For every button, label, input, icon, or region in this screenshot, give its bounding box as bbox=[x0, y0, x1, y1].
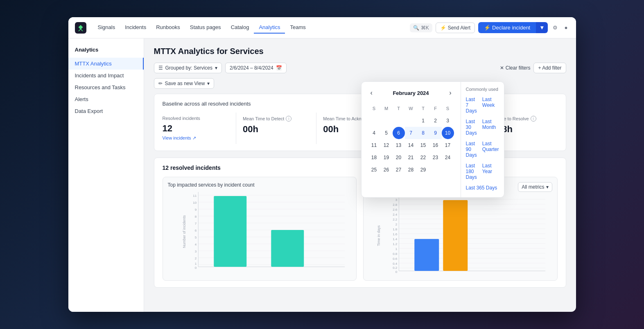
svg-text:2.2: 2.2 bbox=[393, 218, 398, 221]
all-metrics-button[interactable]: All metrics ▾ bbox=[518, 182, 552, 192]
calendar-week1: 1 2 3 bbox=[368, 115, 454, 127]
save-view-button[interactable]: ✏ Save as new View ▾ bbox=[154, 78, 215, 89]
nav-items: Signals Incidents Runbooks Status pages … bbox=[93, 22, 408, 34]
edit-icon: ✏ bbox=[158, 81, 163, 86]
search-button[interactable]: 🔍 ⌘K bbox=[410, 23, 432, 32]
cal-day-26[interactable]: 26 bbox=[380, 164, 393, 176]
cal-day-25[interactable]: 25 bbox=[368, 164, 380, 176]
quick-lastmonth[interactable]: Last Month bbox=[482, 117, 499, 137]
quick-last90days[interactable]: Last 90 Days bbox=[466, 139, 479, 160]
cal-day-13[interactable]: 13 bbox=[393, 139, 405, 151]
metric-detect-info-icon: i bbox=[286, 116, 291, 122]
chart2-y-axis-label: Time in days bbox=[377, 225, 381, 246]
cal-day-20[interactable]: 20 bbox=[393, 151, 405, 164]
cal-day-16[interactable]: 16 bbox=[429, 139, 442, 151]
calendar-grid: S M T W T F S bbox=[368, 102, 454, 176]
svg-text:2.6: 2.6 bbox=[393, 208, 398, 212]
calendar-next-button[interactable]: › bbox=[447, 88, 454, 97]
sidebar-item-resources[interactable]: Resources and Tasks bbox=[68, 81, 144, 93]
user-avatar[interactable]: ● bbox=[563, 23, 569, 32]
top-nav: Signals Incidents Runbooks Status pages … bbox=[68, 17, 576, 38]
date-range-button[interactable]: 2/6/2024 – 8/4/2024 📅 bbox=[225, 63, 287, 73]
send-alert-button[interactable]: ⚡ Send Alert bbox=[436, 23, 475, 33]
quick-lastweek[interactable]: Last Week bbox=[482, 95, 499, 115]
cal-day-29[interactable]: 29 bbox=[417, 164, 429, 176]
quick-options-grid: Last 7 Days Last Week Last 30 Days Last … bbox=[466, 95, 499, 182]
svg-text:10: 10 bbox=[193, 201, 197, 205]
cal-day-10[interactable]: 10 bbox=[442, 127, 454, 139]
cal-day-8[interactable]: 8 bbox=[417, 127, 429, 139]
metric-resolve-info-icon: i bbox=[531, 116, 536, 122]
view-incidents-link[interactable]: View incidents ↗ bbox=[163, 135, 229, 141]
cal-day-9[interactable]: 9 bbox=[429, 127, 442, 139]
quick-last30days[interactable]: Last 30 Days bbox=[466, 117, 479, 137]
quick-last180days[interactable]: Last 180 Days bbox=[466, 161, 479, 182]
cal-day-4[interactable]: 4 bbox=[368, 127, 380, 139]
clear-filters-button[interactable]: ✕ Clear filters bbox=[500, 65, 530, 71]
group-chevron-icon: ▾ bbox=[215, 65, 217, 71]
quick-lastquarter[interactable]: Last Quarter bbox=[482, 139, 499, 160]
calendar-week4: 18 19 20 21 22 23 24 bbox=[368, 151, 454, 164]
sidebar-item-export[interactable]: Data Export bbox=[68, 105, 144, 117]
cal-day-12[interactable]: 12 bbox=[380, 139, 393, 151]
sidebar-item-mttx[interactable]: MTTX Analytics bbox=[68, 58, 144, 70]
cal-day-19[interactable]: 19 bbox=[380, 151, 393, 164]
cal-empty5 bbox=[429, 164, 442, 176]
svg-text:1.6: 1.6 bbox=[393, 232, 398, 236]
quick-last365days[interactable]: Last 365 Days bbox=[466, 183, 499, 192]
sidebar: Analytics MTTX Analytics Incidents and I… bbox=[68, 38, 144, 312]
metric-resolved-label: Resolved incidents bbox=[163, 116, 229, 121]
cal-day-24[interactable]: 24 bbox=[442, 151, 454, 164]
cal-day-7[interactable]: 7 bbox=[405, 127, 417, 139]
calendar-icon: 📅 bbox=[276, 65, 282, 71]
settings-button[interactable]: ⚙ bbox=[551, 23, 559, 32]
cal-day-11[interactable]: 11 bbox=[368, 139, 380, 151]
nav-teams[interactable]: Teams bbox=[285, 22, 310, 34]
calendar-popover: ‹ February 2024 › S M T W T F bbox=[361, 81, 504, 198]
cal-day-23[interactable]: 23 bbox=[429, 151, 442, 164]
cal-header-sun: S bbox=[368, 102, 380, 115]
add-filter-button[interactable]: + Add filter bbox=[533, 63, 566, 73]
sidebar-item-alerts[interactable]: Alerts bbox=[68, 93, 144, 105]
sidebar-item-incidents[interactable]: Incidents and Impact bbox=[68, 70, 144, 81]
cal-day-1[interactable]: 1 bbox=[417, 115, 429, 127]
nav-status-pages[interactable]: Status pages bbox=[185, 22, 226, 34]
declare-dropdown-button[interactable]: ▼ bbox=[536, 22, 548, 33]
nav-analytics[interactable]: Analytics bbox=[254, 22, 285, 34]
cal-header-thu: T bbox=[417, 102, 429, 115]
calendar-month-label: February 2024 bbox=[393, 90, 429, 96]
calendar-prev-button[interactable]: ‹ bbox=[368, 88, 375, 97]
cal-day-15[interactable]: 15 bbox=[417, 139, 429, 151]
nav-signals[interactable]: Signals bbox=[93, 22, 120, 34]
cal-day-5[interactable]: 5 bbox=[380, 127, 393, 139]
cal-day-18[interactable]: 18 bbox=[368, 151, 380, 164]
cal-day-14[interactable]: 14 bbox=[405, 139, 417, 151]
save-view-chevron-icon: ▾ bbox=[207, 81, 210, 86]
quick-last7days[interactable]: Last 7 Days bbox=[466, 95, 479, 115]
nav-catalog[interactable]: Catalog bbox=[226, 22, 254, 34]
cal-day-21[interactable]: 21 bbox=[405, 151, 417, 164]
cal-day-17[interactable]: 17 bbox=[442, 139, 454, 151]
cal-empty1 bbox=[368, 115, 380, 127]
chart2-svg: 3 2.8 2.6 2.4 2.2 2 1.8 1.6 1.4 1.2 1 bbox=[383, 196, 552, 274]
group-icon: ☰ bbox=[158, 65, 163, 71]
svg-text:5: 5 bbox=[194, 236, 197, 239]
app-logo bbox=[75, 22, 86, 34]
cal-day-27[interactable]: 27 bbox=[393, 164, 405, 176]
svg-text:1: 1 bbox=[395, 247, 398, 251]
main-layout: Analytics MTTX Analytics Incidents and I… bbox=[68, 38, 576, 312]
cal-day-2[interactable]: 2 bbox=[429, 115, 442, 127]
cal-day-6[interactable]: 6 bbox=[393, 127, 405, 139]
nav-incidents[interactable]: Incidents bbox=[120, 22, 151, 34]
cal-day-22[interactable]: 22 bbox=[417, 151, 429, 164]
calendar-nav: ‹ February 2024 › bbox=[368, 88, 454, 97]
cal-header-fri: F bbox=[429, 102, 442, 115]
group-by-button[interactable]: ☰ Grouped by: Services ▾ bbox=[154, 63, 222, 73]
cal-day-3[interactable]: 3 bbox=[442, 115, 454, 127]
nav-runbooks[interactable]: Runbooks bbox=[151, 22, 185, 34]
declare-incident-button[interactable]: ⚡ Declare incident bbox=[478, 22, 536, 33]
svg-text:2: 2 bbox=[395, 223, 398, 226]
quick-lastyear[interactable]: Last Year bbox=[482, 161, 499, 182]
cal-day-28[interactable]: 28 bbox=[405, 164, 417, 176]
all-metrics-label: All metrics bbox=[522, 184, 544, 190]
